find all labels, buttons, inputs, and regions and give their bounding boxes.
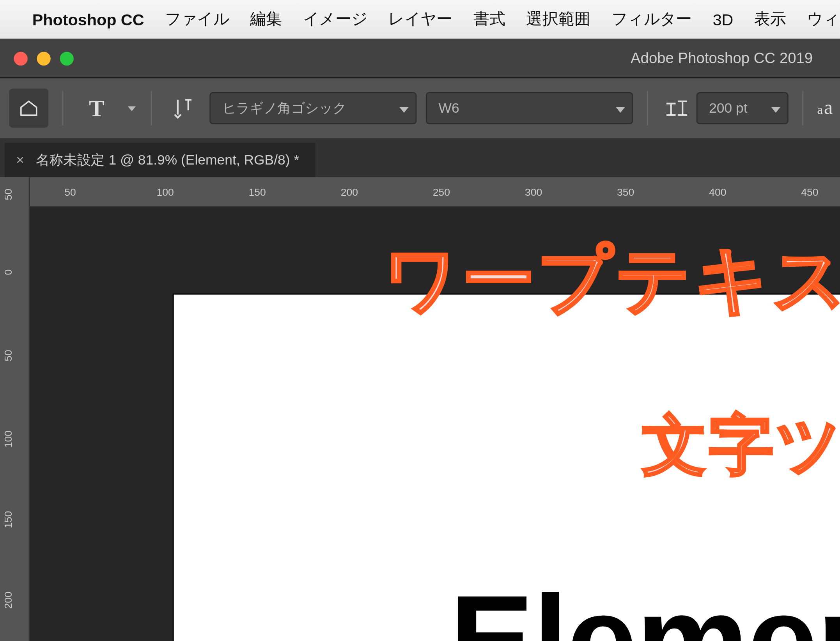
font-size-value: 200 pt <box>709 100 748 116</box>
mac-menubar: Photoshop CC ファイル 編集 イメージ レイヤー 書式 選択範囲 フ… <box>0 0 840 39</box>
annotation-warp-text: ワープテキスト選択 <box>383 230 840 330</box>
separator <box>62 91 63 126</box>
menu-window[interactable]: ウィンドウ <box>807 9 840 29</box>
options-bar: T ヒラギノ角ゴシック W6 200 pt aa シャープ 3D <box>0 78 840 138</box>
home-icon <box>18 98 39 119</box>
separator <box>647 91 648 126</box>
text-orientation-icon <box>170 96 196 121</box>
menu-file[interactable]: ファイル <box>165 9 229 29</box>
menu-select[interactable]: 選択範囲 <box>526 9 590 29</box>
tool-indicator-type: T <box>77 89 116 127</box>
menu-3d[interactable]: 3D <box>713 10 734 28</box>
menu-layer[interactable]: レイヤー <box>388 9 452 29</box>
caret-down-icon <box>127 105 135 111</box>
app-titlebar: Adobe Photoshop CC 2019 <box>0 39 840 78</box>
minimize-window-button[interactable] <box>37 51 50 65</box>
window-controls <box>14 51 73 65</box>
ruler-horizontal[interactable]: 5010015020025030035040045050055060065070… <box>30 177 840 207</box>
close-window-button[interactable] <box>14 51 27 65</box>
annotation-type-tool: 文字ツール <box>642 403 840 490</box>
font-family-value: ヒラギノ角ゴシック <box>222 98 347 118</box>
font-weight-value: W6 <box>439 100 459 116</box>
document-tab[interactable]: × 名称未設定 1 @ 81.9% (Element, RGB/8) * <box>5 143 315 177</box>
home-button[interactable] <box>9 89 48 127</box>
canvas-text[interactable]: Element <box>450 566 840 641</box>
separator <box>151 91 152 126</box>
font-size-field[interactable]: 200 pt <box>696 92 789 124</box>
caret-down-icon <box>399 107 409 113</box>
app-name[interactable]: Photoshop CC <box>32 10 144 28</box>
menu-edit[interactable]: 編集 <box>250 9 282 29</box>
menu-filter[interactable]: フィルター <box>611 9 692 29</box>
document-tab-label: 名称未設定 1 @ 81.9% (Element, RGB/8) * <box>36 150 299 170</box>
menu-image[interactable]: イメージ <box>303 9 367 29</box>
type-icon: T <box>89 95 104 122</box>
caret-down-icon <box>616 107 625 113</box>
ruler-vertical[interactable]: 50050100150200250300350400450500 <box>0 177 30 641</box>
menu-type[interactable]: 書式 <box>473 9 506 29</box>
font-size-icon <box>662 94 689 122</box>
menu-view[interactable]: 表示 <box>754 9 787 29</box>
antialias-icon: aa <box>817 97 833 120</box>
close-tab-icon[interactable]: × <box>16 152 24 168</box>
caret-down-icon <box>771 107 781 113</box>
document-tab-bar: × 名称未設定 1 @ 81.9% (Element, RGB/8) * » <box>0 138 840 177</box>
tool-preset-dropdown[interactable] <box>126 89 137 127</box>
toggle-text-orientation[interactable] <box>166 91 200 126</box>
zoom-window-button[interactable] <box>60 51 73 65</box>
font-weight-field[interactable]: W6 <box>426 92 633 124</box>
separator <box>802 91 803 126</box>
window-title: Adobe Photoshop CC 2019 <box>0 50 840 67</box>
font-family-field[interactable]: ヒラギノ角ゴシック <box>209 92 416 124</box>
